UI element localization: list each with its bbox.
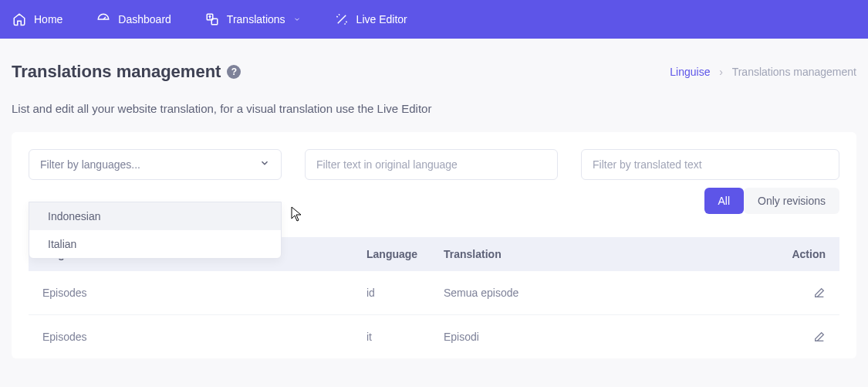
nav-translations[interactable]: Translations xyxy=(205,12,301,26)
chevron-right-icon: › xyxy=(719,66,723,78)
edit-icon xyxy=(813,331,826,343)
chevron-down-icon xyxy=(293,13,301,25)
cell-translation: Episodi xyxy=(444,331,779,343)
nav-live-editor-label: Live Editor xyxy=(356,13,407,25)
translated-text-filter[interactable] xyxy=(581,149,839,180)
nav-dashboard[interactable]: Dashboard xyxy=(96,12,171,26)
revision-toggle-group: All Only revisions xyxy=(704,188,839,214)
header-action: Action xyxy=(779,248,826,260)
filter-card: Indonesian Italian All Only revisions Or… xyxy=(12,132,856,358)
language-filter-input[interactable] xyxy=(40,158,270,171)
edit-button[interactable] xyxy=(779,331,826,343)
language-option-indonesian[interactable]: Indonesian xyxy=(29,202,281,230)
cell-language: id xyxy=(366,287,444,299)
help-icon[interactable]: ? xyxy=(227,65,241,79)
gauge-icon xyxy=(96,12,110,26)
chevron-down-icon xyxy=(259,158,270,171)
cell-translation: Semua episode xyxy=(444,287,779,299)
table-row: Episodes id Semua episode xyxy=(29,271,839,315)
top-navbar: Home Dashboard Translations Live Editor xyxy=(0,0,868,39)
original-text-filter[interactable] xyxy=(305,149,558,180)
nav-home-label: Home xyxy=(34,13,62,25)
toggle-revisions[interactable]: Only revisions xyxy=(744,188,839,214)
nav-dashboard-label: Dashboard xyxy=(118,13,171,25)
toggle-all[interactable]: All xyxy=(704,188,745,214)
nav-translations-label: Translations xyxy=(227,13,285,25)
language-filter-dropdown[interactable] xyxy=(29,149,282,180)
edit-icon xyxy=(813,287,826,299)
page-subtitle: List and edit all your website translati… xyxy=(12,102,856,115)
breadcrumb-current: Translations management xyxy=(732,66,856,78)
language-filter-menu: Indonesian Italian xyxy=(29,202,282,259)
table-row: Episodes it Episodi xyxy=(29,315,839,358)
cell-original: Episodes xyxy=(42,287,366,299)
nav-home[interactable]: Home xyxy=(12,12,62,26)
magic-wand-icon xyxy=(335,12,349,26)
translate-icon xyxy=(205,12,219,26)
language-option-italian[interactable]: Italian xyxy=(29,230,281,258)
edit-button[interactable] xyxy=(779,287,826,299)
cell-language: it xyxy=(366,331,444,343)
home-icon xyxy=(12,12,26,26)
breadcrumb: Linguise › Translations management xyxy=(670,66,856,78)
breadcrumb-root[interactable]: Linguise xyxy=(670,66,710,78)
header-translation: Translation xyxy=(444,248,779,260)
page-title: Translations management ? xyxy=(12,62,241,82)
nav-live-editor[interactable]: Live Editor xyxy=(335,12,407,26)
cell-original: Episodes xyxy=(42,331,366,343)
header-language: Language xyxy=(366,248,444,260)
